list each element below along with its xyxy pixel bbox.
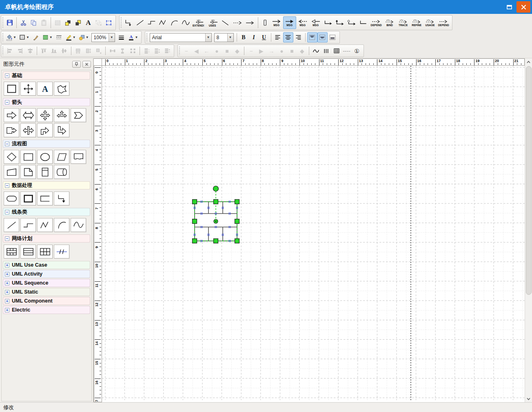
arrow-tool[interactable]: [244, 18, 256, 28]
expand-icon[interactable]: +: [5, 272, 9, 276]
save-button[interactable]: [4, 18, 15, 28]
section-header-流程图[interactable]: −流程图: [3, 140, 90, 148]
chevron-down-icon[interactable]: ▼: [135, 36, 138, 39]
shape-item-ln-line[interactable]: [4, 218, 19, 232]
shape-item-arrow-4way[interactable]: [37, 108, 53, 122]
section-header-uml-static[interactable]: +UML Static: [3, 288, 90, 296]
shape-item-dp-rect-bold[interactable]: [20, 192, 36, 205]
section-header-网络计划[interactable]: −网络计划: [3, 234, 90, 243]
uml-msg-tool[interactable]: MSG: [270, 16, 283, 29]
chevron-down-icon[interactable]: ▼: [86, 36, 89, 39]
section-header-uml-activity[interactable]: +UML Activity: [3, 270, 90, 278]
arc-tool[interactable]: [168, 18, 180, 28]
line-tool[interactable]: [134, 18, 146, 28]
zigzag-tool[interactable]: [157, 18, 168, 28]
uml-lifeline-tool[interactable]: [260, 18, 270, 28]
collapse-icon[interactable]: −: [5, 236, 9, 241]
show-grid-button[interactable]: [331, 46, 341, 56]
valign-bottom-button[interactable]: [328, 32, 338, 42]
chevron-down-icon[interactable]: ▼: [73, 36, 76, 39]
section-header-uml-component[interactable]: +UML Component: [3, 297, 90, 305]
collapse-icon[interactable]: −: [5, 210, 9, 214]
format-brush-button[interactable]: [31, 32, 41, 42]
scroll-down-button[interactable]: [525, 395, 532, 402]
section-header-数据处理[interactable]: −数据处理: [3, 181, 90, 189]
step-line-tool[interactable]: [146, 18, 157, 28]
bring-to-front-button[interactable]: [63, 18, 73, 28]
chevron-down-icon[interactable]: ▼: [227, 33, 233, 42]
fill-pattern-button[interactable]: ▼: [41, 32, 54, 42]
align-left-button[interactable]: [273, 32, 283, 42]
collapse-icon[interactable]: −: [5, 183, 9, 188]
shape-item-arrow-box-right[interactable]: [4, 123, 19, 137]
section-header-uml-sequence[interactable]: +UML Sequence: [3, 279, 90, 287]
shape-item-arrow-corner-up[interactable]: [37, 123, 53, 137]
elbow-connector-tool[interactable]: [123, 18, 134, 28]
line-dash-button[interactable]: [54, 32, 64, 42]
collapse-icon[interactable]: −: [5, 142, 9, 146]
align-center-button[interactable]: [283, 32, 293, 42]
shape-item-ln-arc[interactable]: [54, 218, 69, 232]
valign-middle-button[interactable]: [317, 32, 328, 42]
shape-item-fc-page[interactable]: [20, 165, 36, 179]
parallel-lines-button[interactable]: [321, 46, 331, 56]
line-width-button[interactable]: [116, 32, 126, 42]
shape-item-dp-open-rect[interactable]: [37, 192, 53, 205]
vertical-scrollbar[interactable]: [525, 58, 532, 402]
expand-icon[interactable]: +: [5, 308, 9, 312]
shape-item-arrow-right[interactable]: [4, 108, 19, 122]
association-line-tool[interactable]: [219, 18, 231, 28]
aggregation-open-tool[interactable]: [346, 18, 358, 28]
align-right-button[interactable]: [293, 32, 304, 42]
uml-depend-tool[interactable]: DEPEND: [370, 16, 383, 29]
restore-button[interactable]: [503, 2, 516, 12]
chevron-down-icon[interactable]: ▼: [49, 36, 53, 39]
shape-item-dp-stadium[interactable]: [4, 192, 19, 205]
shape-item-net-link[interactable]: [54, 245, 69, 258]
close-button[interactable]: [516, 1, 530, 13]
section-header-基础[interactable]: −基础: [3, 71, 90, 80]
expand-icon[interactable]: +: [5, 290, 9, 294]
copy-button[interactable]: [29, 18, 39, 28]
shape-item-ln-curve[interactable]: [71, 218, 86, 232]
pen-color-button[interactable]: ▼: [64, 32, 77, 42]
section-header-箭头[interactable]: −箭头: [3, 98, 90, 106]
underline-button[interactable]: U: [259, 32, 269, 42]
uml-bind-tool[interactable]: «=»BIND: [383, 16, 397, 29]
collapse-icon[interactable]: −: [5, 100, 9, 105]
section-header-electric[interactable]: +Electric: [3, 306, 90, 314]
uml-refine-tool[interactable]: «=»REFINE: [410, 16, 423, 29]
expand-icon[interactable]: +: [5, 281, 9, 285]
expand-icon[interactable]: +: [5, 263, 9, 267]
valign-top-button[interactable]: [307, 32, 317, 42]
shape-item-move[interactable]: [20, 82, 36, 96]
shape-item-fc-rect[interactable]: [20, 150, 36, 164]
aggregation-filled-tool[interactable]: [334, 18, 346, 28]
shape-item-rect[interactable]: [4, 82, 19, 96]
shape-item-ln-step[interactable]: [20, 218, 36, 232]
shape-item-net-table-b[interactable]: [20, 245, 36, 258]
shape-item-arrow-chevron[interactable]: [71, 108, 86, 122]
uml-usage-tool[interactable]: «=»USAGE: [423, 16, 437, 29]
shape-item-arrow-corner-down[interactable]: [54, 123, 69, 137]
dashed-arrow-tool[interactable]: [231, 18, 244, 28]
uml-msg-filled-tool[interactable]: MSG: [283, 16, 296, 29]
font-size-combo[interactable]: 8▼: [214, 33, 234, 42]
line-color-button[interactable]: ▼: [18, 32, 31, 42]
shape-item-dp-elbow[interactable]: [54, 192, 69, 205]
palette-close-button[interactable]: [82, 61, 91, 68]
elbow-arrow-tool[interactable]: [322, 18, 334, 28]
shadow-button[interactable]: ▼: [77, 32, 90, 42]
send-to-back-button[interactable]: [73, 18, 83, 28]
uml-extend-tool[interactable]: «=»EXTEND!: [191, 16, 206, 29]
fill-color-button[interactable]: ▼: [4, 32, 18, 42]
zoom-combo[interactable]: 100%▼: [91, 33, 115, 42]
chevron-down-icon[interactable]: ▼: [205, 33, 211, 42]
italic-button[interactable]: I: [249, 32, 259, 42]
uml-msg-async-tool[interactable]: MSG: [309, 16, 322, 29]
uml-trace-tool[interactable]: «=»TRACE: [397, 16, 410, 29]
shape-item-net-table-a[interactable]: [4, 245, 19, 258]
text-button[interactable]: A: [83, 18, 93, 28]
font-color-button[interactable]: A▼: [126, 32, 140, 42]
scroll-up-button[interactable]: [525, 58, 532, 65]
